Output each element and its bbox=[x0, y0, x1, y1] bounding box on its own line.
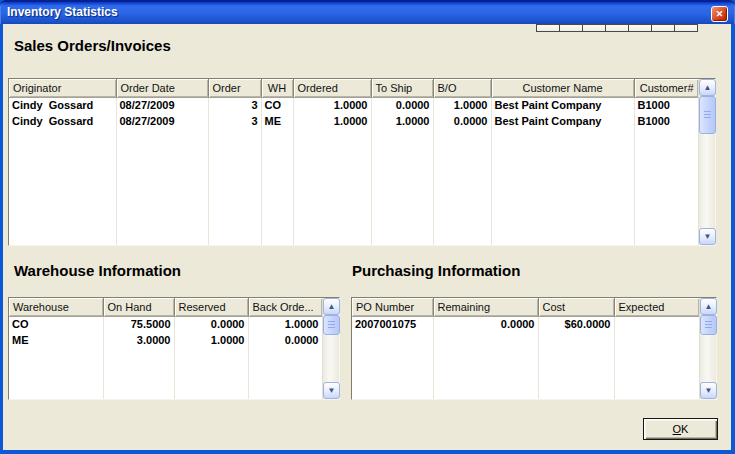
warehouse-section-title: Warehouse Information bbox=[14, 262, 181, 279]
inventory-statistics-dialog: Inventory Statistics ✕ Sales Orders/Invo… bbox=[0, 0, 735, 454]
grid-filler-cell bbox=[248, 348, 322, 399]
warehouse-grid: WarehouseOn HandReservedBack Orde...CO75… bbox=[8, 297, 340, 400]
table-cell[interactable]: Best Paint Company bbox=[491, 97, 634, 113]
column-header: B/O bbox=[433, 79, 491, 97]
grid-filler-cell bbox=[634, 129, 698, 245]
table-cell[interactable]: CO bbox=[261, 97, 293, 113]
artifact-cell bbox=[582, 24, 606, 32]
scroll-thumb[interactable] bbox=[700, 315, 717, 335]
purchasing-grid-area: PO NumberRemainingCostExpected2007001075… bbox=[352, 298, 699, 399]
purchasing-section-title: Purchasing Information bbox=[352, 262, 520, 279]
table-cell[interactable]: Cindy Gossard bbox=[9, 113, 116, 129]
ok-button[interactable]: OK bbox=[643, 418, 718, 440]
grid-filler-cell bbox=[371, 129, 433, 245]
table-cell[interactable]: 1.0000 bbox=[371, 113, 433, 129]
grid-filler-cell bbox=[9, 348, 103, 399]
scroll-down-icon[interactable]: ▼ bbox=[323, 382, 340, 399]
scroll-thumb[interactable] bbox=[323, 315, 340, 335]
table-row[interactable]: 20070010750.0000$60.0000 bbox=[352, 316, 699, 332]
scroll-track[interactable] bbox=[323, 335, 339, 382]
table-cell[interactable]: 1.0000 bbox=[248, 316, 322, 332]
table-cell[interactable]: 0.0000 bbox=[371, 97, 433, 113]
warehouse-vertical-scrollbar[interactable]: ▲ ▼ bbox=[322, 298, 339, 399]
table-cell[interactable]: 0.0000 bbox=[248, 332, 322, 348]
purchasing-vertical-scrollbar[interactable]: ▲ ▼ bbox=[699, 298, 716, 399]
table-cell[interactable]: 1.0000 bbox=[293, 97, 371, 113]
table-cell[interactable]: CO bbox=[9, 316, 103, 332]
column-header: Remaining bbox=[433, 298, 538, 316]
artifact-cell bbox=[674, 24, 698, 32]
column-header: Reserved bbox=[174, 298, 248, 316]
grid-filler-cell bbox=[433, 332, 538, 399]
title-bar[interactable]: Inventory Statistics ✕ bbox=[0, 0, 735, 24]
table-cell[interactable]: $60.0000 bbox=[538, 316, 614, 332]
column-header: PO Number bbox=[352, 298, 433, 316]
scroll-up-icon[interactable]: ▲ bbox=[700, 298, 717, 315]
table-cell[interactable]: 3 bbox=[208, 97, 261, 113]
table-row[interactable]: Cindy Gossard08/27/20093CO1.00000.00001.… bbox=[9, 97, 698, 113]
scroll-track[interactable] bbox=[699, 134, 715, 228]
grid-filler-cell bbox=[433, 129, 491, 245]
table-row[interactable]: CO75.50000.00001.0000 bbox=[9, 316, 322, 332]
table-cell[interactable]: 75.5000 bbox=[103, 316, 174, 332]
sales-vertical-scrollbar[interactable]: ▲ ▼ bbox=[698, 79, 715, 245]
column-header: To Ship bbox=[371, 79, 433, 97]
grid-filler-cell bbox=[352, 332, 433, 399]
column-header: Customer# bbox=[634, 79, 698, 97]
table-cell[interactable]: 08/27/2009 bbox=[116, 97, 208, 113]
table-cell[interactable]: 0.0000 bbox=[174, 316, 248, 332]
column-header: Ordered bbox=[293, 79, 371, 97]
table-cell[interactable]: 2007001075 bbox=[352, 316, 433, 332]
table-cell[interactable]: B1000 bbox=[634, 113, 698, 129]
table-cell[interactable]: Best Paint Company bbox=[491, 113, 634, 129]
table-cell[interactable] bbox=[614, 316, 699, 332]
column-header: Expected bbox=[614, 298, 699, 316]
grid-filler-row bbox=[9, 348, 322, 399]
table-cell[interactable]: ME bbox=[261, 113, 293, 129]
table-cell[interactable]: 3 bbox=[208, 113, 261, 129]
grid-filler-cell bbox=[103, 348, 174, 399]
scroll-thumb[interactable] bbox=[699, 96, 716, 134]
grid-header-row: OriginatorOrder DateOrderWHOrderedTo Shi… bbox=[9, 79, 698, 97]
dialog-body: Sales Orders/Invoices Warehouse Informat… bbox=[3, 24, 731, 450]
table-cell[interactable]: 1.0000 bbox=[433, 97, 491, 113]
column-header: Cost bbox=[538, 298, 614, 316]
scroll-track[interactable] bbox=[700, 335, 716, 382]
artifact-cell bbox=[651, 24, 675, 32]
grid-filler-cell bbox=[538, 332, 614, 399]
grid-header-row: WarehouseOn HandReservedBack Orde... bbox=[9, 298, 322, 316]
artifact-cell bbox=[605, 24, 629, 32]
grid-filler-row bbox=[9, 129, 698, 245]
artifact-cell bbox=[536, 24, 560, 32]
grid-filler-cell bbox=[116, 129, 208, 245]
table-cell[interactable]: 08/27/2009 bbox=[116, 113, 208, 129]
column-header: Customer Name bbox=[491, 79, 634, 97]
scroll-up-icon[interactable]: ▲ bbox=[699, 79, 716, 96]
table-row[interactable]: ME3.00001.00000.0000 bbox=[9, 332, 322, 348]
table-cell[interactable]: 0.0000 bbox=[433, 113, 491, 129]
grid-filler-row bbox=[352, 332, 699, 399]
grid-filler-cell bbox=[9, 129, 116, 245]
table-cell[interactable]: 1.0000 bbox=[174, 332, 248, 348]
grid-header-row: PO NumberRemainingCostExpected bbox=[352, 298, 699, 316]
column-header: Warehouse bbox=[9, 298, 103, 316]
table-cell[interactable]: 0.0000 bbox=[433, 316, 538, 332]
column-header: On Hand bbox=[103, 298, 174, 316]
column-header: Order Date bbox=[116, 79, 208, 97]
table-cell[interactable]: B1000 bbox=[634, 97, 698, 113]
scroll-up-icon[interactable]: ▲ bbox=[323, 298, 340, 315]
scroll-down-icon[interactable]: ▼ bbox=[699, 228, 716, 245]
table-cell[interactable]: Cindy Gossard bbox=[9, 97, 116, 113]
sales-orders-grid: OriginatorOrder DateOrderWHOrderedTo Shi… bbox=[8, 78, 716, 246]
close-icon[interactable]: ✕ bbox=[711, 6, 728, 22]
grid-filler-cell bbox=[174, 348, 248, 399]
grid-filler-cell bbox=[208, 129, 261, 245]
column-header: WH bbox=[261, 79, 293, 97]
sales-section-title: Sales Orders/Invoices bbox=[14, 37, 171, 54]
table-cell[interactable]: ME bbox=[9, 332, 103, 348]
grid-filler-cell bbox=[261, 129, 293, 245]
table-cell[interactable]: 1.0000 bbox=[293, 113, 371, 129]
scroll-down-icon[interactable]: ▼ bbox=[700, 382, 717, 399]
table-cell[interactable]: 3.0000 bbox=[103, 332, 174, 348]
table-row[interactable]: Cindy Gossard08/27/20093ME1.00001.00000.… bbox=[9, 113, 698, 129]
